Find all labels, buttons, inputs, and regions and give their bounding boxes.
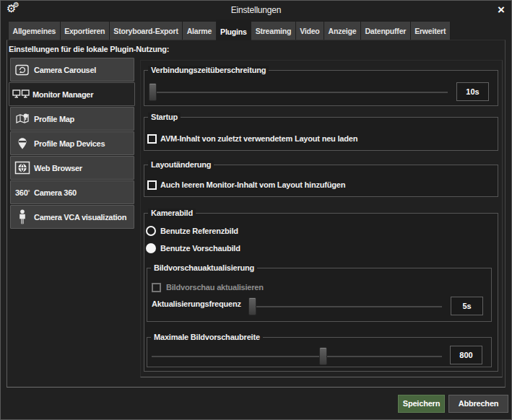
group-legend: Bildvorschauaktualisierung [151, 263, 257, 273]
settings-window: ⚙⚙ Einstellungen × Allgemeines Exportier… [0, 0, 512, 420]
timeout-slider-thumb[interactable] [149, 83, 157, 101]
tab-video[interactable]: Video [295, 21, 324, 40]
cancel-button[interactable]: Abbrechen [448, 395, 508, 413]
plugin-item-label: Camera 360 [34, 188, 77, 197]
plugins-tab-page: Einstellungen für die lokale Plugin-Nutz… [6, 40, 506, 388]
plugin-item-camera-360[interactable]: 360° Camera 360 [10, 180, 134, 204]
use-preview-image-radio[interactable] [146, 243, 156, 253]
group-legend: Maximale Bildvorschaubreite [151, 333, 263, 342]
plugin-item-profile-map-devices[interactable]: Profile Map Devices [10, 131, 134, 155]
tab-allgemeines[interactable]: Allgemeines [8, 21, 61, 40]
camera-360-icon: 360° [11, 188, 34, 197]
tab-erweitert[interactable]: Erweitert [410, 21, 451, 40]
plugin-item-label: Camera VCA visualization [34, 213, 126, 222]
plugin-item-monitor-manager[interactable]: Monitor Manager [9, 82, 135, 106]
tab-streaming[interactable]: Streaming [251, 21, 296, 40]
window-title: Einstellungen [1, 1, 511, 20]
group-startup: Startup AVM-Inhalt von zuletzt verwendet… [144, 117, 498, 151]
titlebar: ⚙⚙ Einstellungen × [1, 1, 511, 20]
group-legend: Kamerabild [148, 209, 196, 218]
update-frequency-value[interactable]: 5s [451, 297, 483, 315]
use-preview-image-label[interactable]: Benutze Vorschaubild [160, 244, 240, 253]
tab-storyboard-export[interactable]: Storyboard-Export [109, 21, 183, 40]
max-preview-width-value[interactable]: 800 [450, 346, 482, 364]
monitor-manager-icon [9, 88, 32, 100]
layout-add-empty-checkbox[interactable] [147, 180, 157, 190]
use-reference-image-label[interactable]: Benutze Referenzbild [160, 227, 238, 236]
startup-reload-checkbox[interactable] [147, 134, 157, 144]
group-legend: Verbindungszeitüberschreitung [148, 66, 269, 75]
layout-add-empty-label[interactable]: Auch leeren Monitor-Inhalt vom Layout hi… [160, 180, 345, 190]
group-maximale-bildvorschaubreite: Maximale Bildvorschaubreite 800 [147, 337, 492, 367]
plugin-item-camera-vca-visualization[interactable]: Camera VCA visualization [10, 205, 134, 229]
timeout-value[interactable]: 10s [456, 82, 489, 101]
group-layoutaenderung: Layoutänderung Auch leeren Monitor-Inhal… [144, 165, 498, 197]
max-preview-width-slider-thumb[interactable] [319, 347, 327, 365]
tab-bar: Allgemeines Exportieren Storyboard-Expor… [8, 20, 450, 40]
profile-map-devices-icon [11, 137, 34, 150]
close-icon[interactable]: × [495, 4, 507, 17]
plugin-item-label: Profile Map [34, 115, 74, 123]
camera-vca-icon [11, 209, 34, 224]
tab-anzeige[interactable]: Anzeige [324, 21, 361, 40]
tab-datenpuffer[interactable]: Datenpuffer [360, 21, 411, 40]
group-bildvorschauaktualisierung: Bildvorschauaktualisierung Bildvorschau … [147, 268, 492, 322]
use-reference-image-radio[interactable] [146, 226, 156, 236]
plugin-item-web-browser[interactable]: Web Browser [10, 156, 134, 180]
startup-reload-label[interactable]: AVM-Inhalt von zuletzt verwendetem Layou… [160, 134, 357, 144]
update-frequency-slider-thumb[interactable] [248, 297, 256, 315]
profile-map-icon [11, 113, 34, 126]
group-kamerabild: Kamerabild Benutze Referenzbild Benutze … [144, 213, 498, 372]
plugin-item-label: Web Browser [34, 164, 82, 172]
save-button[interactable]: Speichern [398, 395, 445, 413]
tab-exportieren[interactable]: Exportieren [60, 21, 110, 40]
plugin-item-camera-carousel[interactable]: Camera Carousel [10, 58, 134, 82]
plugin-item-label: Monitor Manager [32, 90, 93, 99]
page-intro-label: Einstellungen für die lokale Plugin-Nutz… [9, 45, 169, 53]
preview-update-label[interactable]: Bildvorschau aktualisieren [166, 283, 264, 292]
plugin-item-label: Camera Carousel [34, 66, 96, 74]
camera-carousel-icon [11, 64, 34, 76]
web-browser-icon [11, 161, 34, 175]
update-frequency-label: Aktualisierungsfrequenz [152, 299, 241, 309]
group-legend: Startup [148, 113, 181, 122]
settings-panel: Verbindungszeitüberschreitung 10s Startu… [140, 60, 503, 377]
plugin-item-label: Profile Map Devices [34, 139, 105, 148]
tab-alarme[interactable]: Alarme [182, 21, 216, 40]
preview-update-checkbox[interactable] [152, 283, 161, 292]
group-legend: Layoutänderung [148, 160, 214, 170]
tab-plugins[interactable]: Plugins [216, 19, 252, 40]
plugin-item-profile-map[interactable]: Profile Map [10, 107, 134, 131]
group-verbindungszeitueberschreitung: Verbindungszeitüberschreitung 10s [144, 70, 498, 106]
